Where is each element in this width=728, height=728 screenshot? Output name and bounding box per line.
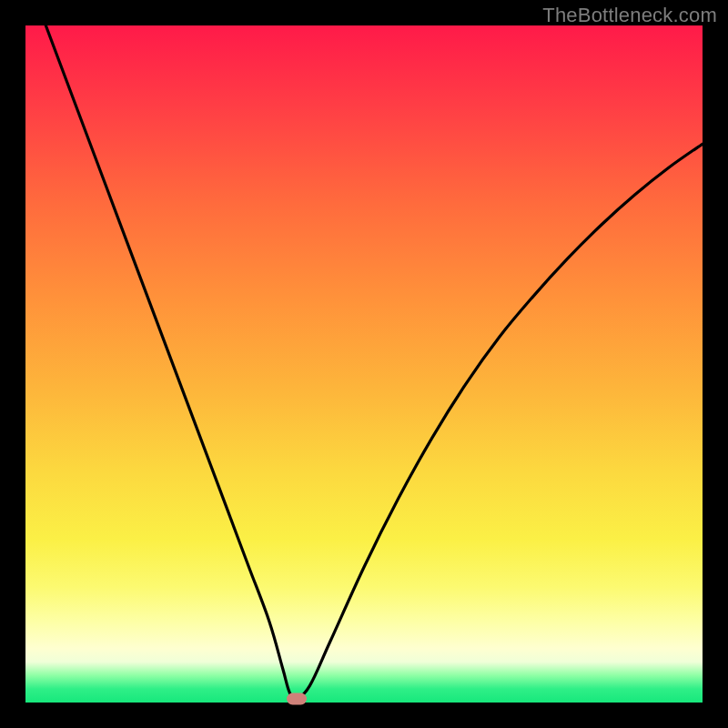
plot-area	[25, 25, 703, 703]
minimum-marker	[287, 693, 307, 705]
curve-svg	[25, 25, 703, 703]
chart-frame: TheBottleneck.com	[0, 0, 728, 728]
watermark-text: TheBottleneck.com	[542, 4, 717, 27]
bottleneck-curve	[46, 25, 703, 700]
